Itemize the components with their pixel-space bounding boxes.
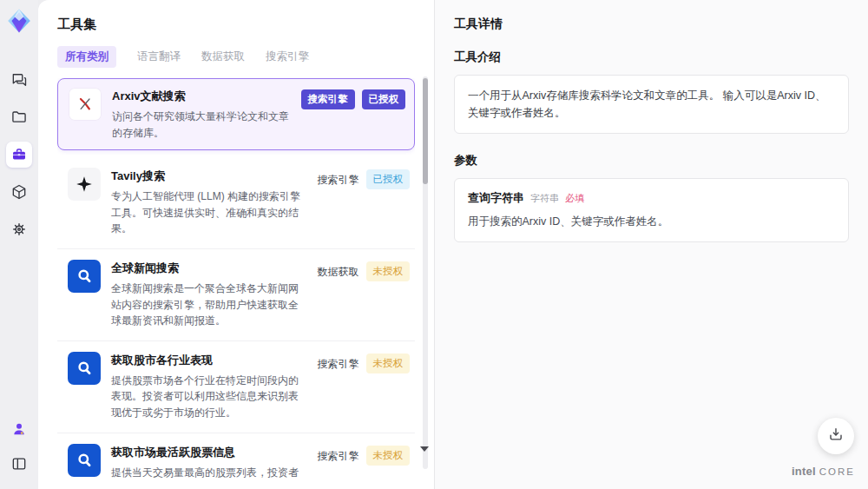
- tool-name: 全球新闻搜索: [111, 261, 307, 276]
- tavily-star-icon: [68, 168, 101, 201]
- category-tabs: 所有类别语言翻译数据获取搜索引擎: [57, 46, 415, 68]
- download-button[interactable]: [818, 418, 854, 454]
- tool-name: Arxiv文献搜索: [112, 89, 291, 104]
- category-tag: 搜索引擎: [301, 89, 355, 109]
- tool-meta: 搜索引擎未授权: [318, 352, 411, 421]
- settings-icon: [10, 221, 28, 238]
- tool-list-item[interactable]: 全球新闻搜索全球新闻搜索是一个聚合全球各大新闻网站内容的搜索引擎，帮助用户快速获…: [57, 249, 415, 341]
- tool-name: 获取股市各行业表现: [111, 353, 307, 368]
- category-tag: 搜索引擎: [318, 354, 359, 372]
- download-icon: [827, 426, 845, 446]
- intro-heading: 工具介绍: [454, 50, 849, 65]
- param-head: 查询字符串字符串必填: [468, 190, 835, 206]
- auth-badge: 未授权: [366, 354, 411, 373]
- tool-name: 获取市场最活跃股票信息: [111, 445, 307, 460]
- tool-body: Arxiv文献搜索访问各个研究领域大量科学论文和文章的存储库。: [112, 88, 291, 141]
- tool-description: 全球新闻搜索是一个聚合全球各大新闻网站内容的搜索引擎，帮助用户快速获取全球最新资…: [111, 281, 307, 329]
- param-type: 字符串: [530, 192, 559, 205]
- rail-bottom: [6, 416, 32, 477]
- tool-list-item[interactable]: 获取市场最活跃股票信息提供当天交易量最高的股票列表，投资者可以利用这些信息来识别…: [57, 433, 415, 480]
- intel-wordmark: intel: [792, 465, 816, 478]
- rail-nav: [6, 67, 32, 242]
- auth-badge: 未授权: [366, 446, 411, 466]
- tab-1[interactable]: 语言翻译: [137, 50, 181, 64]
- arxiv-icon: [69, 88, 102, 121]
- tool-body: Tavily搜索专为人工智能代理 (LLM) 构建的搜索引擎工具。可快速提供实时…: [111, 168, 307, 237]
- tool-list: Arxiv文献搜索访问各个研究领域大量科学论文和文章的存储库。搜索引擎已授权Ta…: [57, 78, 415, 480]
- tool-body: 获取股市各行业表现提供股票市场各个行业在特定时间段内的表现。投资者可以利用这些信…: [111, 352, 307, 421]
- detail-title: 工具详情: [454, 17, 849, 32]
- category-tag: 数据获取: [318, 261, 359, 280]
- tool-detail-pane: 工具详情 工具介绍 一个用于从Arxiv存储库搜索科学论文和文章的工具。 输入可…: [434, 0, 868, 489]
- auth-badge: 已授权: [362, 89, 406, 109]
- rail-item-folder[interactable]: [6, 104, 32, 130]
- category-tag: 搜索引擎: [318, 169, 359, 188]
- intro-text: 一个用于从Arxiv存储库搜索科学论文和文章的工具。 输入可以是Arxiv ID…: [468, 87, 835, 122]
- tool-meta: 搜索引擎已授权: [301, 88, 406, 141]
- rail-item-chat[interactable]: [6, 67, 32, 93]
- app-window: 工具集 所有类别语言翻译数据获取搜索引擎 Arxiv文献搜索访问各个研究领域大量…: [0, 0, 868, 489]
- tool-body: 全球新闻搜索全球新闻搜索是一个聚合全球各大新闻网站内容的搜索引擎，帮助用户快速获…: [111, 260, 307, 329]
- param-name: 查询字符串: [468, 190, 524, 206]
- cube-icon: [10, 183, 28, 201]
- main-surface: 工具集 所有类别语言翻译数据获取搜索引擎 Arxiv文献搜索访问各个研究领域大量…: [38, 0, 868, 489]
- tool-meta: 搜索引擎已授权: [318, 168, 411, 237]
- scrollbar-thumb[interactable]: [423, 78, 428, 184]
- param-required: 必填: [565, 192, 584, 205]
- rail-item-cube[interactable]: [6, 179, 32, 205]
- category-tag: 搜索引擎: [318, 446, 359, 464]
- intel-core-logo: intel CORE: [792, 465, 855, 478]
- rail-item-user[interactable]: [6, 416, 32, 442]
- core-wordmark: CORE: [819, 466, 855, 477]
- search-app-icon: [68, 260, 101, 293]
- tool-list-item[interactable]: Arxiv文献搜索访问各个研究领域大量科学论文和文章的存储库。搜索引擎已授权: [57, 78, 415, 150]
- tab-3[interactable]: 搜索引擎: [266, 50, 309, 64]
- rail-item-panel-toggle[interactable]: [6, 451, 32, 477]
- tab-0[interactable]: 所有类别: [57, 46, 116, 68]
- folder-icon: [10, 109, 28, 126]
- tool-list-item[interactable]: Tavily搜索专为人工智能代理 (LLM) 构建的搜索引擎工具。可快速提供实时…: [57, 157, 415, 249]
- search-app-icon: [68, 352, 101, 385]
- intro-card: 一个用于从Arxiv存储库搜索科学论文和文章的工具。 输入可以是Arxiv ID…: [454, 75, 849, 134]
- left-rail: [0, 0, 38, 489]
- tool-list-pane: 工具集 所有类别语言翻译数据获取搜索引擎 Arxiv文献搜索访问各个研究领域大量…: [38, 0, 434, 489]
- auth-badge: 已授权: [366, 169, 411, 189]
- tool-meta: 搜索引擎未授权: [318, 444, 411, 480]
- tool-description: 提供当天交易量最高的股票列表，投资者可以利用这些信息来识别流动性强的股票和潜在的…: [111, 465, 307, 480]
- tool-name: Tavily搜索: [111, 169, 307, 184]
- param-row: 查询字符串字符串必填用于搜索的Arxiv ID、关键字或作者姓名。: [468, 190, 835, 230]
- tool-meta: 数据获取未授权: [318, 260, 411, 329]
- tool-list-item[interactable]: 获取股市各行业表现提供股票市场各个行业在特定时间段内的表现。投资者可以利用这些信…: [57, 341, 415, 433]
- tool-description: 访问各个研究领域大量科学论文和文章的存储库。: [112, 109, 291, 141]
- page-title: 工具集: [57, 17, 415, 33]
- tool-description: 提供股票市场各个行业在特定时间段内的表现。投资者可以利用这些信息来识别表现优于或…: [111, 373, 307, 421]
- tab-2[interactable]: 数据获取: [201, 50, 245, 64]
- tool-body: 获取市场最活跃股票信息提供当天交易量最高的股票列表，投资者可以利用这些信息来识别…: [111, 444, 307, 480]
- panel-toggle-icon: [10, 455, 28, 472]
- params-heading: 参数: [454, 153, 849, 169]
- rail-item-toolbox[interactable]: [6, 142, 32, 168]
- auth-badge: 未授权: [366, 261, 411, 281]
- toolbox-icon: [10, 146, 28, 163]
- param-description: 用于搜索的Arxiv ID、关键字或作者姓名。: [468, 214, 835, 230]
- scroll-down-caret[interactable]: [420, 446, 429, 452]
- rail-item-settings[interactable]: [6, 216, 32, 242]
- chat-icon: [10, 71, 28, 89]
- list-scrollbar[interactable]: [423, 76, 428, 469]
- params-card: 查询字符串字符串必填用于搜索的Arxiv ID、关键字或作者姓名。: [454, 178, 849, 242]
- tool-description: 专为人工智能代理 (LLM) 构建的搜索引擎工具。可快速提供实时、准确和真实的结…: [111, 188, 307, 237]
- search-app-icon: [68, 444, 101, 477]
- user-icon: [10, 420, 28, 438]
- diamond-logo: [6, 8, 32, 34]
